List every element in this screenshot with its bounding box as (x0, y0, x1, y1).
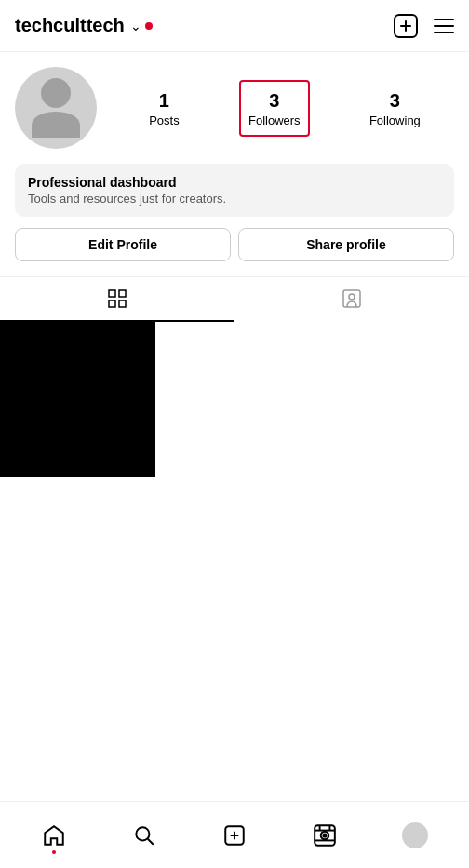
reels-icon (313, 823, 337, 848)
svg-rect-4 (109, 300, 115, 307)
add-icon (222, 823, 247, 848)
following-label: Following (369, 114, 421, 127)
svg-rect-3 (119, 290, 126, 297)
followers-label: Followers (248, 114, 301, 127)
chevron-down-icon: ⌄ (130, 19, 141, 33)
svg-point-7 (349, 294, 355, 300)
stats-row: 1 Posts 3 Followers 3 Following (115, 80, 454, 137)
content-grid (0, 322, 469, 477)
tagged-icon (341, 287, 363, 310)
following-count: 3 (390, 89, 400, 112)
svg-point-15 (323, 834, 326, 836)
add-nav-item[interactable] (212, 813, 257, 858)
menu-button[interactable] (434, 19, 454, 33)
edit-profile-button[interactable]: Edit Profile (15, 228, 231, 261)
share-profile-button[interactable]: Share profile (238, 228, 454, 261)
svg-rect-6 (343, 290, 360, 307)
posts-label: Posts (149, 114, 180, 127)
search-nav-item[interactable] (122, 813, 167, 858)
add-post-button[interactable] (393, 13, 419, 39)
profile-section: 1 Posts 3 Followers 3 Following (0, 52, 469, 149)
bottom-nav (0, 801, 469, 868)
followers-count: 3 (269, 89, 279, 112)
posts-stat[interactable]: 1 Posts (141, 82, 187, 135)
pro-dashboard-subtitle: Tools and resources just for creators. (28, 192, 441, 206)
posts-count: 1 (159, 89, 169, 112)
header-right (393, 13, 454, 39)
header-left: techculttech ⌄ (15, 15, 153, 36)
tagged-tab[interactable] (234, 277, 469, 322)
header: techculttech ⌄ (0, 0, 469, 52)
plus-square-icon (394, 14, 418, 38)
avatar[interactable] (15, 67, 97, 149)
svg-rect-5 (119, 300, 126, 307)
home-nav-item[interactable] (32, 813, 76, 858)
reels-nav-item[interactable] (302, 813, 347, 858)
avatar-body (32, 112, 80, 138)
home-icon (42, 823, 66, 848)
profile-avatar-icon (402, 822, 428, 848)
search-icon (132, 823, 156, 848)
svg-point-8 (137, 827, 150, 840)
professional-dashboard[interactable]: Professional dashboard Tools and resourc… (15, 164, 454, 217)
home-active-dot (52, 850, 56, 854)
content-tabs (0, 276, 469, 322)
avatar-head (41, 78, 71, 108)
account-switcher[interactable]: ⌄ (130, 19, 153, 33)
profile-nav-item[interactable] (393, 813, 437, 858)
svg-rect-2 (109, 290, 115, 297)
username-label[interactable]: techculttech (15, 15, 125, 36)
followers-stat[interactable]: 3 Followers (239, 80, 310, 137)
action-buttons: Edit Profile Share profile (15, 228, 454, 261)
notification-dot (145, 22, 153, 30)
grid-icon (106, 287, 128, 310)
pro-dashboard-title: Professional dashboard (28, 175, 441, 190)
following-stat[interactable]: 3 Following (362, 82, 428, 135)
grid-item[interactable] (0, 322, 155, 477)
svg-line-9 (148, 838, 154, 844)
grid-tab[interactable] (0, 277, 234, 322)
avatar-image (32, 78, 80, 138)
